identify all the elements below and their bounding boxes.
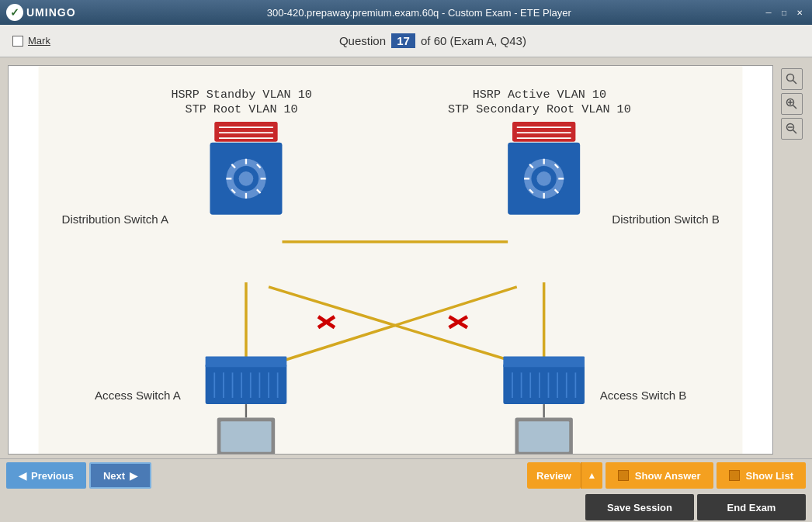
save-session-label: Save Session	[607, 502, 672, 513]
main-area: Mark Question 17 of 60 (Exam A, Q43) HSR…	[0, 25, 812, 522]
show-answer-label: Show Answer	[635, 470, 701, 482]
end-exam-label: End Exam	[727, 502, 776, 513]
end-exam-button[interactable]: End Exam	[697, 494, 806, 520]
svg-rect-51	[206, 356, 287, 367]
zoom-out-button[interactable]	[781, 118, 803, 140]
mark-checkbox[interactable]: Mark	[12, 35, 50, 47]
svg-text:HSRP Active VLAN 10: HSRP Active VLAN 10	[473, 88, 606, 102]
svg-text:HSRP Standby VLAN 10: HSRP Standby VLAN 10	[171, 88, 311, 102]
diagram-container: HSRP Standby VLAN 10 STP Root VLAN 10 HS…	[8, 65, 773, 455]
mark-label: Mark	[28, 35, 50, 47]
logo-checkmark: ✓	[10, 6, 19, 19]
svg-rect-72	[220, 421, 271, 452]
next-button[interactable]: Next ▶	[89, 462, 151, 489]
svg-text:STP Root VLAN 10: STP Root VLAN 10	[186, 102, 298, 116]
svg-rect-60	[503, 364, 585, 404]
save-session-button[interactable]: Save Session	[585, 494, 694, 520]
logo: ✓ UMINGO	[6, 4, 76, 21]
btn-row-1: ◀ Previous Next ▶ Review ▲ Sho	[0, 459, 812, 492]
show-list-label: Show List	[746, 470, 793, 482]
title-bar-controls: ─ □ ✕	[762, 7, 806, 18]
next-arrow-icon: ▶	[130, 470, 137, 482]
logo-icon: ✓	[6, 4, 23, 21]
maximize-button[interactable]: □	[778, 7, 790, 18]
review-group: Review ▲	[527, 462, 602, 489]
review-button[interactable]: Review	[527, 462, 581, 489]
svg-line-87	[793, 130, 797, 134]
next-label: Next	[103, 470, 125, 482]
svg-point-41	[536, 171, 551, 186]
content-area: HSRP Standby VLAN 10 STP Root VLAN 10 HS…	[0, 57, 812, 458]
show-list-icon	[729, 470, 740, 481]
title-bar: ✓ UMINGO 300-420.prepaway.premium.exam.6…	[0, 0, 812, 25]
svg-line-81	[793, 81, 797, 85]
svg-point-25	[239, 171, 254, 186]
show-list-button[interactable]: Show List	[717, 462, 806, 489]
zoom-in-button[interactable]	[781, 93, 803, 115]
question-suffix: of 60 (Exam A, Q43)	[421, 34, 526, 47]
question-prefix: Question	[339, 34, 386, 47]
minimize-button[interactable]: ─	[762, 7, 775, 18]
logo-text: UMINGO	[26, 6, 76, 19]
svg-rect-50	[206, 364, 287, 404]
network-diagram: HSRP Standby VLAN 10 STP Root VLAN 10 HS…	[9, 66, 772, 454]
question-number: 17	[391, 33, 415, 48]
review-dropdown-icon: ▲	[587, 470, 596, 481]
svg-text:Distribution Switch B: Distribution Switch B	[612, 213, 720, 226]
question-bar: Mark Question 17 of 60 (Exam A, Q43)	[0, 25, 812, 57]
search-zoom-button[interactable]	[781, 68, 803, 90]
svg-text:Access Switch B: Access Switch B	[600, 389, 687, 402]
prev-arrow-icon: ◀	[19, 470, 26, 482]
review-dropdown-button[interactable]: ▲	[581, 462, 602, 489]
svg-rect-61	[503, 356, 585, 367]
mark-checkbox-box[interactable]	[12, 36, 23, 47]
svg-text:Access Switch A: Access Switch A	[95, 389, 182, 402]
show-answer-button[interactable]: Show Answer	[606, 462, 713, 489]
svg-text:Distribution Switch A: Distribution Switch A	[61, 213, 169, 226]
svg-line-83	[793, 105, 797, 109]
title-bar-title: 300-420.prepaway.premium.exam.60q - Cust…	[267, 7, 571, 19]
btn-row-2: Save Session End Exam	[0, 492, 812, 522]
svg-point-80	[787, 74, 794, 81]
svg-text:STP Secondary Root VLAN 10: STP Secondary Root VLAN 10	[448, 102, 631, 116]
question-info: Question 17 of 60 (Exam A, Q43)	[66, 33, 800, 48]
svg-rect-77	[519, 421, 569, 452]
previous-label: Previous	[31, 470, 74, 482]
close-button[interactable]: ✕	[793, 7, 806, 18]
previous-button[interactable]: ◀ Previous	[6, 462, 86, 489]
title-bar-left: ✓ UMINGO	[6, 4, 76, 21]
review-label: Review	[536, 470, 571, 482]
bottom-toolbar: ◀ Previous Next ▶ Review ▲ Sho	[0, 458, 812, 522]
zoom-controls	[779, 65, 804, 455]
show-answer-icon	[618, 470, 629, 481]
